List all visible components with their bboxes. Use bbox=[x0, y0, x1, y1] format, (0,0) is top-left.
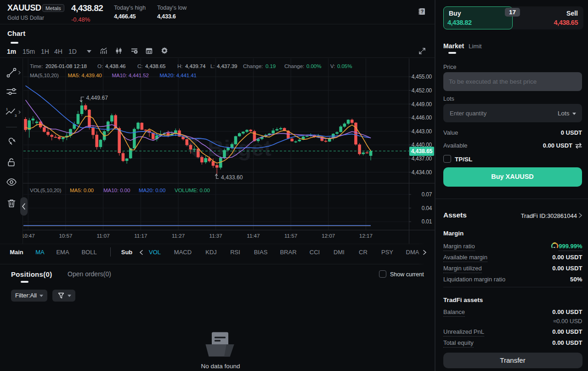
svg-text:4,449.00: 4,449.00 bbox=[412, 101, 432, 108]
svg-text:11:47: 11:47 bbox=[247, 233, 260, 239]
svg-text:4,437.39: 4,437.39 bbox=[217, 63, 237, 69]
svg-text:4,437.00: 4,437.00 bbox=[412, 155, 432, 162]
svg-text:11:57: 11:57 bbox=[284, 233, 297, 239]
svg-text:MA10: 0.00: MA10: 0.00 bbox=[103, 187, 130, 193]
svg-text:12:07: 12:07 bbox=[322, 233, 335, 239]
svg-text:3: 3 bbox=[15, 114, 17, 118]
svg-text:L:: L: bbox=[210, 63, 215, 69]
svg-text:4,446.00: 4,446.00 bbox=[412, 114, 432, 121]
svg-text:4,449.67: 4,449.67 bbox=[86, 95, 108, 101]
svg-text:MA20: 0.00: MA20: 0.00 bbox=[139, 187, 165, 193]
svg-text:4,455.00: 4,455.00 bbox=[412, 74, 432, 80]
svg-text:11:27: 11:27 bbox=[172, 233, 185, 239]
svg-text:VOL(5,10,20): VOL(5,10,20) bbox=[30, 187, 62, 193]
svg-text:4,438.65: 4,438.65 bbox=[145, 63, 165, 69]
svg-text:4,433.60: 4,433.60 bbox=[221, 174, 243, 181]
svg-text:0.00%: 0.00% bbox=[306, 63, 321, 69]
svg-text:MA(5,10,20): MA(5,10,20) bbox=[30, 72, 59, 78]
svg-text:0.01: 0.01 bbox=[422, 218, 432, 225]
svg-text:MA10: 4,441.52: MA10: 4,441.52 bbox=[112, 72, 149, 78]
svg-text:4,438.46: 4,438.46 bbox=[105, 63, 125, 69]
svg-text:MA5: 4,439.40: MA5: 4,439.40 bbox=[68, 72, 102, 78]
svg-text:H:: H: bbox=[177, 63, 182, 69]
svg-text:11:07: 11:07 bbox=[97, 233, 110, 239]
svg-text:?: ? bbox=[421, 9, 424, 14]
svg-text:O:: O: bbox=[97, 63, 103, 69]
svg-text:MA20: 4,441.41: MA20: 4,441.41 bbox=[160, 72, 197, 78]
svg-text:V:: V: bbox=[330, 63, 335, 69]
svg-text:10:47: 10:47 bbox=[22, 233, 35, 239]
svg-text:0.04: 0.04 bbox=[422, 205, 432, 211]
svg-text:MA5: 0.00: MA5: 0.00 bbox=[70, 187, 94, 193]
svg-text:0.19: 0.19 bbox=[266, 63, 276, 69]
svg-text:Change:: Change: bbox=[284, 63, 304, 69]
svg-text:C:: C: bbox=[137, 63, 142, 69]
svg-text:10:57: 10:57 bbox=[59, 233, 72, 239]
svg-text:11:37: 11:37 bbox=[209, 233, 222, 239]
svg-text:1: 1 bbox=[6, 107, 8, 111]
svg-text:Time:: Time: bbox=[30, 63, 43, 69]
svg-text:0.05%: 0.05% bbox=[337, 63, 352, 69]
svg-text:4,452.00: 4,452.00 bbox=[412, 87, 432, 94]
svg-text:4,438.65: 4,438.65 bbox=[411, 148, 433, 154]
svg-text:Change:: Change: bbox=[243, 63, 263, 69]
svg-text:2026-01-08 12:18: 2026-01-08 12:18 bbox=[45, 63, 87, 69]
svg-text:12:17: 12:17 bbox=[359, 233, 373, 239]
svg-text:11:17: 11:17 bbox=[134, 233, 147, 239]
svg-text:4,434.00: 4,434.00 bbox=[412, 169, 432, 176]
svg-text:0.07: 0.07 bbox=[422, 191, 432, 198]
svg-text:4,439.74: 4,439.74 bbox=[185, 63, 206, 69]
svg-text:4,443.00: 4,443.00 bbox=[412, 128, 432, 135]
svg-text:VOLUME: 0.00: VOLUME: 0.00 bbox=[175, 187, 210, 193]
